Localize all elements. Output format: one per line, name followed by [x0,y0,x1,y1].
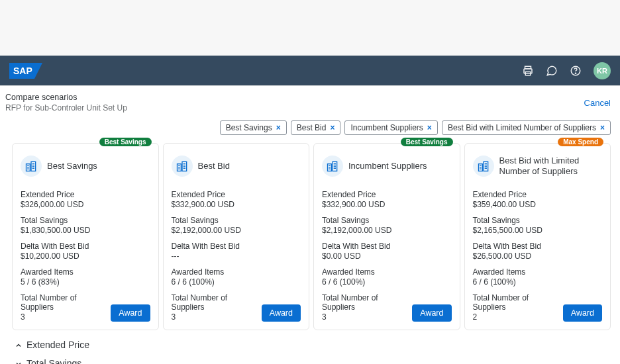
section-label: Total Savings [26,358,81,364]
metric-label: Total Number of Suppliers [322,293,412,312]
chevron-up-icon [15,341,21,348]
award-button[interactable]: Award [563,304,602,322]
building-icon [21,156,42,177]
card-title: Best Bid [198,161,230,171]
metric-label: Extended Price [322,190,452,199]
close-icon[interactable]: × [600,123,605,132]
metric-awarded: Awarded Items6 / 6 (100%) [322,267,452,287]
metric-delta: Delta With Best Bid$0.00 USD [322,242,452,261]
page-content: Compare scenarios RFP for Sub-Controler … [0,85,620,364]
metric-suppliers: Total Number of Suppliers2 [473,293,563,322]
sap-logo: SAP [9,63,42,79]
metric-value: 6 / 6 (100%) [473,277,603,287]
avatar[interactable]: KR [594,62,611,79]
chip-best-savings[interactable]: Best Savings × [220,120,287,135]
chip-incumbent[interactable]: Incumbent Suppliers × [344,120,437,135]
metric-label: Extended Price [21,190,150,199]
metric-label: Extended Price [473,190,603,199]
card-title: Best Bid with Limited Number of Supplier… [499,156,603,177]
cards-wrap: Best SavingsBest SavingsExtended Price$3… [0,139,620,330]
metric-label: Awarded Items [473,267,603,277]
print-icon[interactable] [522,65,534,77]
metric-ext_price: Extended Price$326,000.00 USD [21,190,150,209]
cancel-link[interactable]: Cancel [584,98,611,108]
metric-value: $332,900.00 USD [322,200,452,209]
metric-label: Awarded Items [21,267,150,277]
best-savings-badge: Best Savings [99,138,152,146]
close-icon[interactable]: × [427,123,432,132]
card-footer: Total Number of Suppliers3Award [172,287,301,322]
metric-value: 3 [322,312,412,322]
chip-label: Incumbent Suppliers [350,123,423,132]
max-spend-badge: Max Spend [558,138,603,146]
chip-limited[interactable]: Best Bid with Limited Number of Supplier… [442,120,611,135]
metric-suppliers: Total Number of Suppliers3 [21,293,111,322]
award-button[interactable]: Award [262,304,301,322]
metric-suppliers: Total Number of Suppliers3 [322,293,412,322]
card-header: Best Bid with Limited Number of Supplier… [473,153,603,179]
chip-label: Best Savings [226,123,272,132]
metric-label: Total Savings [322,216,452,225]
metric-label: Total Number of Suppliers [21,293,111,312]
metric-awarded: Awarded Items5 / 6 (83%) [21,267,150,287]
metric-total_savings: Total Savings$2,192,000.00 USD [322,216,452,235]
section-total-savings[interactable]: Total Savings [15,354,608,364]
metric-label: Delta With Best Bid [172,242,301,251]
section-extended-price[interactable]: Extended Price [15,336,608,354]
building-icon [322,156,343,177]
metric-value: $332,900.00 USD [172,200,301,209]
help-icon[interactable] [570,65,582,77]
award-button[interactable]: Award [412,304,451,322]
metric-value: $359,400.00 USD [473,200,603,209]
metric-value: 3 [172,312,262,322]
card-header: Incumbent Suppliers [322,153,452,179]
card-footer: Total Number of Suppliers3Award [322,287,452,322]
metric-awarded: Awarded Items6 / 6 (100%) [473,267,603,287]
close-icon[interactable]: × [330,123,335,132]
section-label: Extended Price [26,340,89,350]
metric-suppliers: Total Number of Suppliers3 [172,293,262,322]
metric-value: 3 [21,312,111,322]
metric-ext_price: Extended Price$359,400.00 USD [473,190,603,209]
shell-header: SAP KR [0,56,620,85]
metric-label: Total Savings [172,216,301,225]
metric-label: Awarded Items [172,267,301,277]
header-actions: KR [522,62,611,79]
page-title: Compare scenarios [5,93,127,102]
card-title: Incumbent Suppliers [348,161,427,171]
chip-best-bid[interactable]: Best Bid × [291,120,341,135]
top-space [0,0,620,56]
close-icon[interactable]: × [276,123,281,132]
card-header: Best Savings [21,153,150,179]
metric-label: Delta With Best Bid [473,242,603,251]
svg-text:SAP: SAP [13,66,32,76]
metric-label: Total Savings [21,216,150,225]
sections: Extended Price Total Savings [0,330,620,364]
building-icon [172,156,193,177]
scenario-card: Best SavingsIncumbent SuppliersExtended … [313,143,460,330]
page-subtitle: RFP for Sub-Controler Unit Set Up [5,103,127,113]
metric-total_savings: Total Savings$1,830,500.00 USD [21,216,150,235]
metric-label: Awarded Items [322,267,452,277]
metric-total_savings: Total Savings$2,192,000.00 USD [172,216,301,235]
card-header: Best Bid [172,153,301,179]
metric-value: 6 / 6 (100%) [322,277,452,287]
comment-icon[interactable] [546,65,558,77]
metric-ext_price: Extended Price$332,900.00 USD [172,190,301,209]
metric-total_savings: Total Savings$2,165,500.00 USD [473,216,603,235]
chevron-down-icon [15,360,21,364]
metric-delta: Delta With Best Bid$10,200.00 USD [21,242,150,261]
scenario-card: Best SavingsBest SavingsExtended Price$3… [12,143,159,330]
metric-delta: Delta With Best Bid$26,500.00 USD [473,242,603,261]
metric-value: $326,000.00 USD [21,200,150,209]
metric-value: --- [172,251,301,261]
metric-value: 5 / 6 (83%) [21,277,150,287]
building-icon [473,156,494,177]
metric-value: $0.00 USD [322,251,452,261]
award-button[interactable]: Award [111,304,150,322]
page-subheader: Compare scenarios RFP for Sub-Controler … [0,86,620,118]
scenario-card: Best BidExtended Price$332,900.00 USDTot… [163,143,310,330]
chip-label: Best Bid with Limited Number of Supplier… [448,123,596,132]
card-footer: Total Number of Suppliers2Award [473,287,603,322]
metric-delta: Delta With Best Bid--- [172,242,301,261]
